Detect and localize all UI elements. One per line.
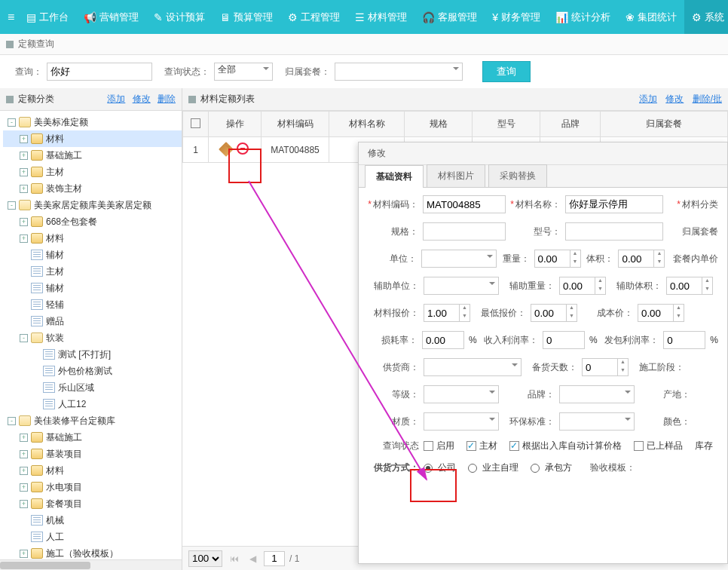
expand-icon[interactable]: -: [8, 201, 16, 210]
expand-icon[interactable]: +: [20, 450, 28, 458]
aux-unit-select[interactable]: [424, 277, 499, 295]
tree-node[interactable]: 乐山区域: [3, 379, 182, 396]
expand-icon[interactable]: +: [20, 152, 28, 160]
outmargin-input[interactable]: [663, 331, 705, 349]
edit-item-link[interactable]: 修改: [665, 93, 684, 104]
inmargin-input[interactable]: [543, 331, 585, 349]
status-select[interactable]: 全部: [214, 63, 273, 81]
tab-basic[interactable]: 基础资料: [365, 165, 424, 188]
nav-budget[interactable]: 🖥预算管理: [213, 0, 280, 34]
nav-marketing[interactable]: 📢营销管理: [76, 0, 146, 34]
brand-select[interactable]: [559, 385, 635, 403]
model-input[interactable]: [565, 222, 663, 241]
name-input[interactable]: [565, 195, 663, 213]
tree-node[interactable]: -美美家居定额库美美家居定额: [3, 197, 182, 213]
supply-company-radio[interactable]: [424, 464, 433, 473]
supply-contractor-radio[interactable]: [531, 464, 540, 473]
down-icon[interactable]: ▼: [570, 259, 580, 267]
tree-node[interactable]: +主材: [3, 164, 182, 180]
tree-node[interactable]: 外包价格测试: [3, 363, 182, 379]
enable-checkbox[interactable]: [424, 441, 433, 451]
tree-node[interactable]: 辅材: [3, 280, 182, 296]
search-button[interactable]: 查询: [482, 61, 531, 82]
edit-category-link[interactable]: 修改: [133, 93, 151, 104]
tree-node[interactable]: -软装: [3, 329, 182, 346]
delete-category-link[interactable]: 删除: [158, 93, 176, 104]
tree-node[interactable]: +装饰主材: [3, 180, 182, 197]
package-select[interactable]: [335, 63, 463, 81]
aux-volume-spinner[interactable]: ▲▼: [666, 277, 713, 295]
supply-owner-radio[interactable]: [468, 464, 477, 473]
page-input[interactable]: [264, 551, 285, 566]
expand-icon[interactable]: +: [20, 483, 28, 492]
expand-icon[interactable]: +: [20, 550, 28, 558]
tree-node[interactable]: 赠品: [3, 313, 182, 329]
tree-node[interactable]: +668全包套餐: [3, 213, 182, 230]
auto-price-checkbox[interactable]: [509, 441, 519, 451]
h-scrollbar[interactable]: [0, 559, 182, 570]
expand-icon[interactable]: +: [20, 168, 28, 176]
minquote-spinner[interactable]: ▲▼: [531, 304, 577, 322]
select-all-checkbox[interactable]: [191, 118, 200, 128]
page-size-select[interactable]: 100: [188, 550, 222, 567]
tree-node[interactable]: +施工（验收模板）: [3, 545, 182, 559]
prev-page-icon[interactable]: ◀: [246, 553, 259, 564]
tree-node[interactable]: 机械: [3, 512, 182, 529]
tree-node[interactable]: -美佳装修平台定额库: [3, 412, 182, 429]
tree-node[interactable]: +材料: [3, 230, 182, 247]
nav-project[interactable]: ⚙工程管理: [280, 0, 347, 34]
grade-select[interactable]: [424, 385, 499, 403]
add-item-link[interactable]: 添加: [639, 93, 657, 104]
nav-group[interactable]: ❀集团统计: [618, 0, 684, 34]
tree-node[interactable]: +基础施工: [3, 147, 182, 164]
query-input[interactable]: [47, 63, 152, 81]
cost-spinner[interactable]: ▲▼: [638, 304, 684, 322]
tree-node[interactable]: +基装项目: [3, 446, 182, 462]
nav-material[interactable]: ☰材料管理: [347, 0, 414, 34]
up-icon[interactable]: ▲: [570, 250, 580, 259]
tree-node[interactable]: 测试 [不打折]: [3, 346, 182, 363]
tree-node[interactable]: 人工12: [3, 396, 182, 412]
sample-checkbox[interactable]: [634, 441, 644, 451]
volume-spinner[interactable]: ▲▼: [618, 250, 665, 268]
tab-purchase[interactable]: 采购替换: [488, 164, 547, 187]
nav-service[interactable]: 🎧客服管理: [414, 0, 485, 34]
add-category-link[interactable]: 添加: [107, 93, 125, 104]
tree-node[interactable]: +材料: [3, 130, 182, 147]
edit-row-icon[interactable]: [219, 142, 234, 157]
tree-node[interactable]: +材料: [3, 462, 182, 479]
nav-workbench[interactable]: ▤工作台: [19, 0, 76, 34]
loss-input[interactable]: [422, 331, 464, 349]
material-select[interactable]: [424, 412, 499, 431]
weight-spinner[interactable]: ▲▼: [534, 250, 581, 268]
quote-spinner[interactable]: ▲▼: [424, 304, 470, 322]
env-select[interactable]: [559, 412, 635, 431]
aux-weight-spinner[interactable]: ▲▼: [559, 277, 606, 295]
expand-icon[interactable]: -: [20, 334, 28, 342]
code-input[interactable]: [423, 195, 506, 213]
tree-node[interactable]: +水电项目: [3, 479, 182, 495]
expand-icon[interactable]: +: [20, 467, 28, 475]
expand-icon[interactable]: +: [20, 218, 28, 226]
nav-system[interactable]: ⚙系统: [684, 0, 728, 34]
delete-item-link[interactable]: 删除/批: [693, 93, 722, 104]
nav-stats[interactable]: 📊统计分析: [548, 0, 618, 34]
expand-icon[interactable]: -: [8, 417, 16, 425]
delete-row-icon[interactable]: [237, 142, 249, 155]
unit-select[interactable]: [421, 250, 497, 268]
tree-node[interactable]: +套餐项目: [3, 495, 182, 512]
expand-icon[interactable]: +: [20, 185, 28, 193]
scroll-thumb[interactable]: [0, 562, 90, 569]
tree-node[interactable]: 人工: [3, 529, 182, 545]
expand-icon[interactable]: -: [8, 118, 16, 127]
category-tree[interactable]: -美美标准定额+材料+基础施工+主材+装饰主材-美美家居定额库美美家居定额+66…: [0, 111, 182, 559]
first-page-icon[interactable]: ⏮: [227, 553, 242, 564]
nav-design[interactable]: ✎设计预算: [146, 0, 213, 34]
tree-node[interactable]: +基础施工: [3, 429, 182, 446]
nav-finance[interactable]: ¥财务管理: [485, 0, 548, 34]
tree-node[interactable]: -美美标准定额: [3, 114, 182, 130]
expand-icon[interactable]: +: [20, 500, 28, 508]
tree-node[interactable]: 主材: [3, 263, 182, 280]
main-material-checkbox[interactable]: [466, 441, 476, 451]
expand-icon[interactable]: +: [20, 434, 28, 442]
